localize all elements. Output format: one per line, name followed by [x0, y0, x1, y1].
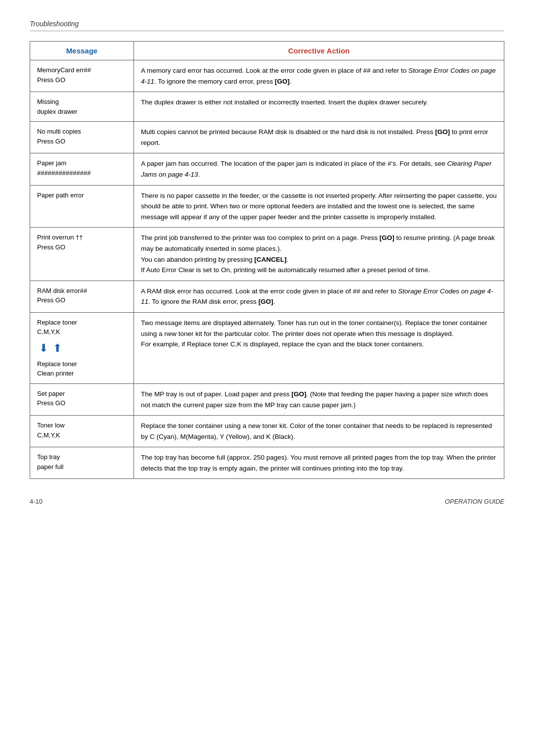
table-row: Missing duplex drawerThe duplex drawer i…	[30, 92, 504, 122]
action-text: The top tray has become full (approx. 25…	[141, 452, 497, 473]
message-cell: Replace toner C,M,Y,K⬇⬆Replace toner Cle…	[30, 312, 134, 383]
action-cell: A memory card error has occurred. Look a…	[134, 60, 504, 92]
action-text: A RAM disk error has occurred. Look at t…	[141, 286, 497, 307]
table-row: Paper jam ###############A paper jam has…	[30, 153, 504, 185]
table-row: Replace toner C,M,Y,K⬇⬆Replace toner Cle…	[30, 312, 504, 383]
table-row: Print overrun †† Press GOThe print job t…	[30, 228, 504, 281]
toner-arrows: ⬇⬆	[39, 340, 127, 356]
message-cell: MemoryCard err## Press GO	[30, 60, 134, 92]
action-cell: Multi copies cannot be printed because R…	[134, 122, 504, 153]
section-title: Troubleshooting	[30, 20, 79, 28]
arrow-up-icon: ⬆	[53, 340, 62, 356]
message-cell: Set paper Press GO	[30, 383, 134, 415]
action-cell: The top tray has become full (approx. 25…	[134, 447, 504, 479]
action-cell: The print job transferred to the printer…	[134, 228, 504, 281]
message-cell: Toner low C,M,Y,K	[30, 416, 134, 447]
message-cell: Top tray paper full	[30, 447, 134, 479]
action-cell: Two message items are displayed alternat…	[134, 312, 504, 383]
table-row: Paper path errorThere is no paper casset…	[30, 185, 504, 228]
message-cell: Print overrun †† Press GO	[30, 228, 134, 281]
action-text: A paper jam has occurred. The location o…	[141, 158, 497, 180]
action-text: The duplex drawer is either not installe…	[141, 97, 497, 108]
message-text: Replace toner C,M,Y,K	[37, 318, 127, 337]
table-row: No multi copies Press GOMulti copies can…	[30, 122, 504, 153]
page-container: Troubleshooting Message Corrective Actio…	[0, 0, 534, 756]
table-row: RAM disk error## Press GOA RAM disk erro…	[30, 281, 504, 312]
action-cell: The MP tray is out of paper. Load paper …	[134, 383, 504, 415]
col-header-action: Corrective Action	[134, 42, 504, 60]
message-cell: RAM disk error## Press GO	[30, 281, 134, 312]
table-row: MemoryCard err## Press GOA memory card e…	[30, 60, 504, 92]
footer-page-number: 4-10	[30, 498, 43, 505]
col-header-message: Message	[30, 42, 134, 60]
message-cell: Missing duplex drawer	[30, 92, 134, 122]
message-cell: Paper jam ###############	[30, 153, 134, 185]
message-cell: No multi copies Press GO	[30, 122, 134, 153]
error-table: Message Corrective Action MemoryCard err…	[30, 41, 504, 479]
page-footer: 4-10 OPERATION GUIDE	[30, 494, 504, 505]
action-text: There is no paper cassette in the feeder…	[141, 190, 497, 223]
table-row: Top tray paper fullThe top tray has beco…	[30, 447, 504, 479]
action-cell: A paper jam has occurred. The location o…	[134, 153, 504, 185]
arrow-down-icon: ⬇	[39, 340, 48, 356]
table-row: Toner low C,M,Y,KReplace the toner conta…	[30, 416, 504, 447]
message-cell: Paper path error	[30, 185, 134, 228]
footer-guide-title: OPERATION GUIDE	[445, 498, 504, 505]
action-cell: Replace the toner container using a new …	[134, 416, 504, 447]
action-text: A memory card error has occurred. Look a…	[141, 65, 497, 87]
action-cell: There is no paper cassette in the feeder…	[134, 185, 504, 228]
action-text: Two message items are displayed alternat…	[141, 318, 497, 350]
table-row: Set paper Press GOThe MP tray is out of …	[30, 383, 504, 415]
page-header: Troubleshooting	[30, 20, 504, 31]
action-text: Replace the toner container using a new …	[141, 421, 497, 442]
action-text: The print job transferred to the printer…	[141, 233, 497, 275]
action-text: The MP tray is out of paper. Load paper …	[141, 389, 497, 410]
message-text-2: Replace toner Clean printer	[37, 359, 127, 378]
action-cell: The duplex drawer is either not installe…	[134, 92, 504, 122]
action-cell: A RAM disk error has occurred. Look at t…	[134, 281, 504, 312]
action-text: Multi copies cannot be printed because R…	[141, 127, 497, 148]
